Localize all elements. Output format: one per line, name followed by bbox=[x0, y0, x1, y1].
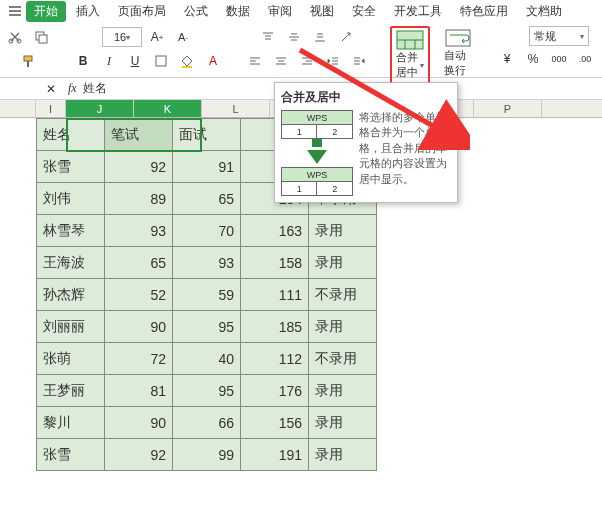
cell: 59 bbox=[173, 279, 241, 311]
menu-icon[interactable] bbox=[6, 2, 24, 20]
tab-security[interactable]: 安全 bbox=[344, 1, 384, 22]
border-icon[interactable] bbox=[150, 50, 172, 72]
bold-icon[interactable]: B bbox=[72, 50, 94, 72]
auto-wrap-label: 自动换行 bbox=[444, 48, 472, 78]
table-row[interactable]: 王海波6593158录用 bbox=[37, 247, 377, 279]
cell: 99 bbox=[173, 439, 241, 471]
cell: 156 bbox=[241, 407, 309, 439]
cell: 91 bbox=[173, 151, 241, 183]
cell: 录用 bbox=[309, 375, 377, 407]
tab-page-layout[interactable]: 页面布局 bbox=[110, 1, 174, 22]
tab-insert[interactable]: 插入 bbox=[68, 1, 108, 22]
col-header-P[interactable]: P bbox=[474, 100, 542, 117]
tab-dev[interactable]: 开发工具 bbox=[386, 1, 450, 22]
align-bottom-icon[interactable] bbox=[309, 26, 331, 48]
cell: 林雪琴 bbox=[37, 215, 105, 247]
tab-data[interactable]: 数据 bbox=[218, 1, 258, 22]
table-row[interactable]: 王梦丽8195176录用 bbox=[37, 375, 377, 407]
svg-rect-7 bbox=[182, 66, 192, 68]
cell: 92 bbox=[105, 151, 173, 183]
fx-icon[interactable]: fx bbox=[68, 81, 77, 96]
cell: 张雪 bbox=[37, 151, 105, 183]
align-right-icon[interactable] bbox=[296, 50, 318, 72]
align-left-icon[interactable] bbox=[244, 50, 266, 72]
cell: 录用 bbox=[309, 215, 377, 247]
cell: 93 bbox=[105, 215, 173, 247]
svg-rect-4 bbox=[24, 56, 32, 61]
merge-center-label: 合并居中 bbox=[396, 50, 418, 80]
merge-center-button[interactable]: 合并居中▾ bbox=[390, 26, 430, 84]
cell: 191 bbox=[241, 439, 309, 471]
cell: 95 bbox=[173, 311, 241, 343]
col-header-L[interactable]: L bbox=[202, 100, 270, 117]
formula-value[interactable]: 姓名 bbox=[83, 80, 107, 97]
cell: 录用 bbox=[309, 407, 377, 439]
cell: 81 bbox=[105, 375, 173, 407]
fx-cancel-icon[interactable]: ✕ bbox=[40, 78, 62, 100]
table-row[interactable]: 黎川9066156录用 bbox=[37, 407, 377, 439]
cell: 孙杰辉 bbox=[37, 279, 105, 311]
currency-icon[interactable]: ¥ bbox=[496, 48, 518, 70]
cell: 录用 bbox=[309, 247, 377, 279]
orientation-icon[interactable] bbox=[335, 26, 357, 48]
cut-icon[interactable] bbox=[4, 26, 26, 48]
cell: 黎川 bbox=[37, 407, 105, 439]
underline-icon[interactable]: U bbox=[124, 50, 146, 72]
fill-color-icon[interactable] bbox=[176, 50, 198, 72]
table-row[interactable]: 孙杰辉5259111不录用 bbox=[37, 279, 377, 311]
indent-left-icon[interactable] bbox=[322, 50, 344, 72]
format-painter-icon[interactable] bbox=[17, 50, 39, 72]
cell: 张雪 bbox=[37, 439, 105, 471]
cell: 65 bbox=[105, 247, 173, 279]
table-row[interactable]: 林雪琴9370163录用 bbox=[37, 215, 377, 247]
tab-doc-assist[interactable]: 文档助 bbox=[518, 1, 570, 22]
tab-review[interactable]: 审阅 bbox=[260, 1, 300, 22]
cell: 刘丽丽 bbox=[37, 311, 105, 343]
ribbon-toolbar: 16▾ A+ A- B I U A bbox=[0, 22, 602, 78]
cell: 158 bbox=[241, 247, 309, 279]
table-row[interactable]: 张萌7240112不录用 bbox=[37, 343, 377, 375]
decrease-font-icon[interactable]: A- bbox=[172, 26, 194, 48]
table-row[interactable]: 刘丽丽9095185录用 bbox=[37, 311, 377, 343]
col-header-K[interactable]: K bbox=[134, 100, 202, 117]
italic-icon[interactable]: I bbox=[98, 50, 120, 72]
svg-rect-5 bbox=[27, 61, 29, 67]
font-color-icon[interactable]: A bbox=[202, 50, 224, 72]
number-format-group: 常规▾ ¥ % 000 .00 .0 bbox=[496, 26, 602, 70]
cell: 176 bbox=[241, 375, 309, 407]
font-size-select[interactable]: 16▾ bbox=[102, 27, 142, 47]
thousands-icon[interactable]: 000 bbox=[548, 48, 570, 70]
cell: 不录用 bbox=[309, 279, 377, 311]
cell: 录用 bbox=[309, 311, 377, 343]
cell: 93 bbox=[173, 247, 241, 279]
increase-font-icon[interactable]: A+ bbox=[146, 26, 168, 48]
percent-icon[interactable]: % bbox=[522, 48, 544, 70]
align-middle-icon[interactable] bbox=[283, 26, 305, 48]
cell: 王海波 bbox=[37, 247, 105, 279]
col-header-J[interactable]: J bbox=[66, 100, 134, 117]
tooltip-illustration: WPS 12 WPS 12 bbox=[281, 110, 353, 196]
tab-start[interactable]: 开始 bbox=[26, 1, 66, 22]
indent-right-icon[interactable] bbox=[348, 50, 370, 72]
number-format-select[interactable]: 常规▾ bbox=[529, 26, 589, 46]
select-all-corner[interactable] bbox=[0, 100, 36, 117]
table-row[interactable]: 张雪9299191录用 bbox=[37, 439, 377, 471]
cell: 70 bbox=[173, 215, 241, 247]
auto-wrap-button[interactable]: 自动换行 bbox=[440, 26, 476, 80]
tab-view[interactable]: 视图 bbox=[302, 1, 342, 22]
col-header-I[interactable]: I bbox=[36, 100, 66, 117]
align-top-icon[interactable] bbox=[257, 26, 279, 48]
ribbon-tabs: 开始 插入 页面布局 公式 数据 审阅 视图 安全 开发工具 特色应用 文档助 bbox=[0, 0, 602, 22]
cell: 刘伟 bbox=[37, 183, 105, 215]
copy-icon[interactable] bbox=[30, 26, 52, 48]
cell: 111 bbox=[241, 279, 309, 311]
increase-decimal-icon[interactable]: .00 bbox=[574, 48, 596, 70]
dropdown-icon: ▾ bbox=[420, 61, 424, 70]
tooltip-title: 合并及居中 bbox=[281, 89, 451, 106]
align-group bbox=[244, 26, 370, 72]
tab-formula[interactable]: 公式 bbox=[176, 1, 216, 22]
tab-special[interactable]: 特色应用 bbox=[452, 1, 516, 22]
font-group: 16▾ A+ A- B I U A bbox=[72, 26, 224, 72]
align-center-icon[interactable] bbox=[270, 50, 292, 72]
cell: 72 bbox=[105, 343, 173, 375]
